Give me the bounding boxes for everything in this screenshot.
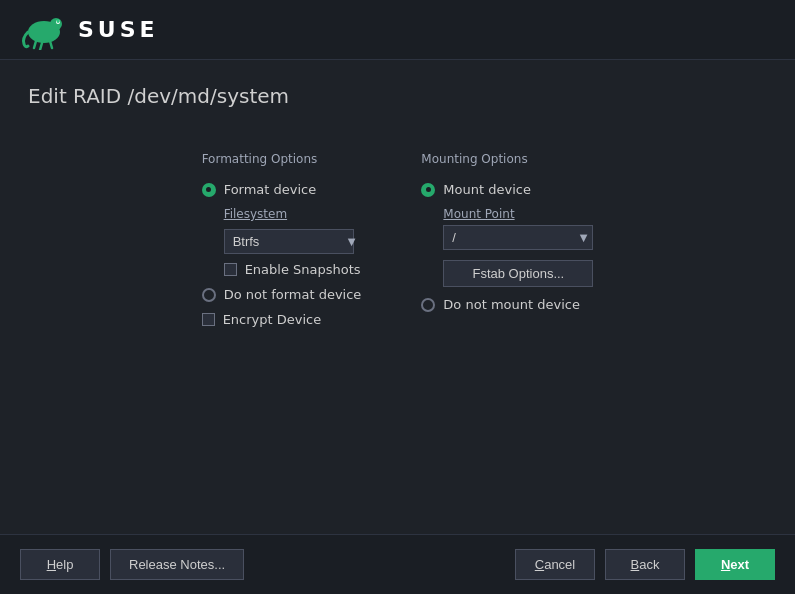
filesystem-select-wrapper: Btrfs Ext4 XFS Swap ▼ xyxy=(224,229,362,254)
encrypt-device-checkbox[interactable]: Encrypt Device xyxy=(202,312,362,327)
mount-device-label: Mount device xyxy=(443,182,531,197)
enable-snapshots-checkbox[interactable]: Enable Snapshots xyxy=(224,262,362,277)
format-device-label: Format device xyxy=(224,182,317,197)
options-area: Formatting Options Format device Filesys… xyxy=(28,152,767,327)
formatting-section-label: Formatting Options xyxy=(202,152,362,166)
formatting-options-panel: Formatting Options Format device Filesys… xyxy=(202,152,362,327)
suse-logo-icon xyxy=(20,10,68,50)
next-label: Next xyxy=(721,557,749,572)
main-content: Edit RAID /dev/md/system Formatting Opti… xyxy=(0,60,795,534)
do-not-format-radio[interactable]: Do not format device xyxy=(202,287,362,302)
footer-left: Help Release Notes... xyxy=(20,549,244,580)
page-title: Edit RAID /dev/md/system xyxy=(28,84,767,108)
do-not-mount-radio-indicator xyxy=(421,298,435,312)
filesystem-label: Filesystem xyxy=(224,207,362,221)
encrypt-device-label: Encrypt Device xyxy=(223,312,322,327)
mount-point-select[interactable]: / /boot /home /var xyxy=(443,225,593,250)
do-not-format-radio-indicator xyxy=(202,288,216,302)
filesystem-select[interactable]: Btrfs Ext4 XFS Swap xyxy=(224,229,354,254)
logo-text: SUSE xyxy=(78,17,159,42)
help-underline: Help xyxy=(47,557,74,572)
release-notes-button[interactable]: Release Notes... xyxy=(110,549,244,580)
footer: Help Release Notes... Cancel Back Next xyxy=(0,534,795,594)
next-button[interactable]: Next xyxy=(695,549,775,580)
header: SUSE xyxy=(0,0,795,60)
svg-point-4 xyxy=(57,19,60,23)
mount-point-row: Mount Point / /boot /home /var ▼ xyxy=(443,207,593,250)
format-device-radio-indicator xyxy=(202,183,216,197)
do-not-format-label: Do not format device xyxy=(224,287,362,302)
svg-line-6 xyxy=(40,43,42,50)
cancel-button[interactable]: Cancel xyxy=(515,549,595,580)
do-not-mount-label: Do not mount device xyxy=(443,297,580,312)
mount-point-label: Mount Point xyxy=(443,207,593,221)
footer-right: Cancel Back Next xyxy=(515,549,775,580)
mount-device-radio-indicator xyxy=(421,183,435,197)
svg-point-1 xyxy=(50,18,62,30)
encrypt-device-checkbox-box xyxy=(202,313,215,326)
enable-snapshots-label: Enable Snapshots xyxy=(245,262,361,277)
enable-snapshots-checkbox-box xyxy=(224,263,237,276)
back-label: Back xyxy=(631,557,660,572)
filesystem-subsection: Filesystem Btrfs Ext4 XFS Swap ▼ Enable … xyxy=(224,207,362,277)
do-not-mount-radio[interactable]: Do not mount device xyxy=(421,297,593,312)
mounting-section-label: Mounting Options xyxy=(421,152,593,166)
back-button[interactable]: Back xyxy=(605,549,685,580)
format-device-radio[interactable]: Format device xyxy=(202,182,362,197)
mounting-options-panel: Mounting Options Mount device Mount Poin… xyxy=(421,152,593,327)
svg-line-7 xyxy=(50,41,52,48)
svg-line-5 xyxy=(34,41,36,48)
cancel-label: Cancel xyxy=(535,557,575,572)
fstab-options-button[interactable]: Fstab Options... xyxy=(443,260,593,287)
help-button[interactable]: Help xyxy=(20,549,100,580)
logo-container: SUSE xyxy=(20,10,159,50)
mount-device-radio[interactable]: Mount device xyxy=(421,182,593,197)
mount-point-select-wrapper: / /boot /home /var ▼ xyxy=(443,225,593,250)
